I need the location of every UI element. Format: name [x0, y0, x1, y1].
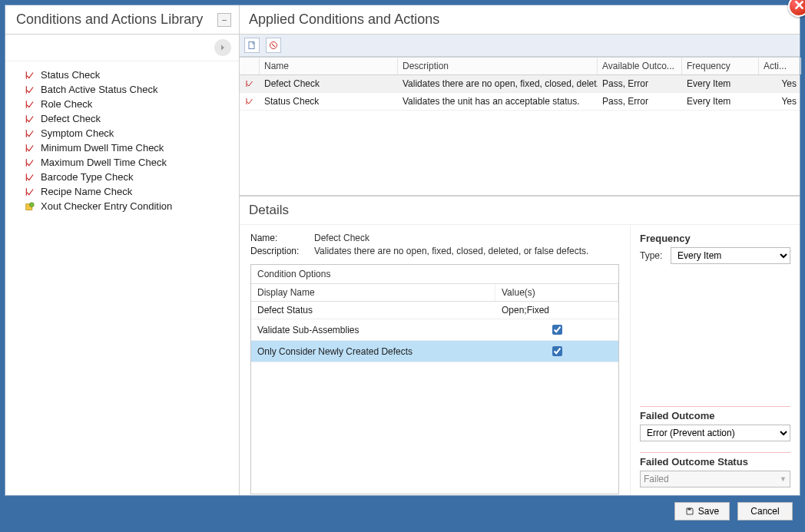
condition-row-2[interactable]: Only Consider Newly Created Defects [251, 341, 618, 362]
check-icon [244, 97, 255, 106]
library-item-8[interactable]: Recipe Name Check [10, 184, 234, 199]
applied-row-0[interactable]: Defect CheckValidates there are no open,… [240, 75, 800, 93]
library-item-6[interactable]: Maximum Dwell Time Check [10, 155, 234, 170]
library-item-label: Batch Active Status Check [41, 84, 157, 95]
library-item-label: Symptom Check [41, 127, 114, 139]
check-icon [24, 99, 36, 110]
svg-rect-5 [687, 508, 691, 511]
applied-pane: Applied Conditions and Actions Name Desc… [240, 5, 800, 495]
row-desc: Validates the unit has an acceptable sta… [398, 93, 598, 110]
row-acti: Yes [759, 93, 801, 110]
main-window: Conditions and Actions Library – Status … [5, 5, 800, 496]
details-name-value: Defect Check [314, 233, 369, 243]
toolbar [240, 35, 800, 57]
cond-col-values: Value(s) [495, 284, 618, 301]
col-freq[interactable]: Frequency [682, 58, 759, 74]
library-item-label: Xout Checker Entry Condition [41, 200, 172, 212]
svg-point-1 [29, 202, 34, 207]
applied-row-1[interactable]: Status CheckValidates the unit has an ac… [240, 93, 800, 111]
condition-display: Validate Sub-Assemblies [251, 319, 495, 340]
check-icon [24, 70, 36, 81]
check-icon [244, 79, 255, 88]
row-freq: Every Item [682, 93, 759, 110]
row-name: Status Check [260, 93, 398, 110]
save-button[interactable]: Save [674, 502, 730, 520]
condition-value[interactable] [495, 341, 618, 362]
new-button[interactable] [244, 38, 260, 53]
library-item-2[interactable]: Role Check [10, 97, 234, 111]
condition-options-box: Condition Options Display Name Value(s) … [250, 264, 619, 494]
condition-row-1[interactable]: Validate Sub-Assemblies [251, 319, 618, 341]
frequency-type-label: Type: [640, 250, 666, 261]
library-item-label: Recipe Name Check [41, 186, 132, 197]
check-icon [24, 172, 36, 183]
svg-rect-2 [249, 42, 254, 49]
library-item-label: Minimum Dwell Time Check [41, 142, 164, 154]
details-header: Details [240, 196, 800, 225]
row-freq: Every Item [682, 75, 759, 92]
failed-outcome-select[interactable]: Error (Prevent action) [640, 425, 790, 441]
frequency-select[interactable]: Every Item [671, 247, 790, 264]
check-icon [24, 114, 36, 124]
grid-blank [240, 111, 800, 195]
library-item-label: Maximum Dwell Time Check [41, 157, 167, 168]
frequency-title: Frequency [640, 233, 790, 244]
row-outcomes: Pass, Error [598, 93, 682, 110]
col-outcomes[interactable]: Available Outco... [598, 58, 682, 74]
row-acti: Yes [759, 75, 801, 92]
col-acti[interactable]: Acti... [759, 58, 801, 74]
cancel-button[interactable]: Cancel [737, 502, 793, 520]
applied-grid: Name Description Available Outco... Freq… [240, 57, 800, 196]
library-item-label: Role Check [41, 98, 92, 110]
failed-outcome-title: Failed Outcome [640, 410, 790, 421]
condition-display: Defect Status [251, 302, 495, 319]
details-name-label: Name: [250, 233, 308, 243]
condition-row-0[interactable]: Defect StatusOpen;Fixed [251, 302, 618, 319]
condition-value[interactable] [495, 319, 618, 340]
check-icon [24, 143, 36, 154]
condition-options-title: Condition Options [251, 265, 618, 284]
library-item-7[interactable]: Barcode Type Check [10, 170, 234, 184]
row-desc: Validates there are no open, fixed, clos… [398, 75, 598, 92]
condition-checkbox[interactable] [552, 325, 562, 335]
applied-title: Applied Conditions and Actions [249, 12, 790, 28]
library-item-label: Defect Check [41, 113, 101, 124]
check-icon [24, 84, 36, 95]
failed-status-title: Failed Outcome Status [640, 456, 790, 468]
failed-status-select: Failed▼ [640, 471, 790, 487]
library-item-5[interactable]: Minimum Dwell Time Check [10, 140, 234, 155]
library-item-label: Barcode Type Check [41, 171, 133, 183]
library-title: Conditions and Actions Library [16, 12, 203, 28]
col-desc[interactable]: Description [398, 58, 598, 74]
check-icon [24, 187, 36, 197]
check-icon [24, 157, 36, 168]
arrow-right-icon[interactable] [214, 39, 231, 56]
library-pane: Conditions and Actions Library – Status … [5, 5, 240, 495]
library-item-1[interactable]: Batch Active Status Check [10, 82, 234, 97]
check-icon [24, 128, 36, 139]
collapse-button[interactable]: – [217, 13, 231, 27]
condition-value: Open;Fixed [495, 302, 618, 319]
condition-checkbox[interactable] [552, 346, 562, 356]
col-name[interactable]: Name [260, 58, 398, 74]
row-outcomes: Pass, Error [598, 75, 682, 92]
svg-line-4 [272, 44, 275, 47]
footer: Save Cancel [5, 496, 800, 527]
xout-icon [24, 201, 36, 212]
library-item-0[interactable]: Status Check [10, 68, 234, 82]
condition-display: Only Consider Newly Created Defects [251, 341, 495, 362]
library-item-4[interactable]: Symptom Check [10, 126, 234, 140]
library-item-3[interactable]: Defect Check [10, 111, 234, 126]
row-name: Defect Check [260, 75, 398, 92]
details-desc-value: Validates there are no open, fixed, clos… [314, 246, 588, 256]
cond-col-display: Display Name [251, 284, 495, 301]
library-item-label: Status Check [41, 69, 100, 81]
details-desc-label: Description: [250, 246, 308, 256]
library-item-9[interactable]: Xout Checker Entry Condition [10, 199, 234, 213]
delete-button[interactable] [266, 38, 281, 53]
